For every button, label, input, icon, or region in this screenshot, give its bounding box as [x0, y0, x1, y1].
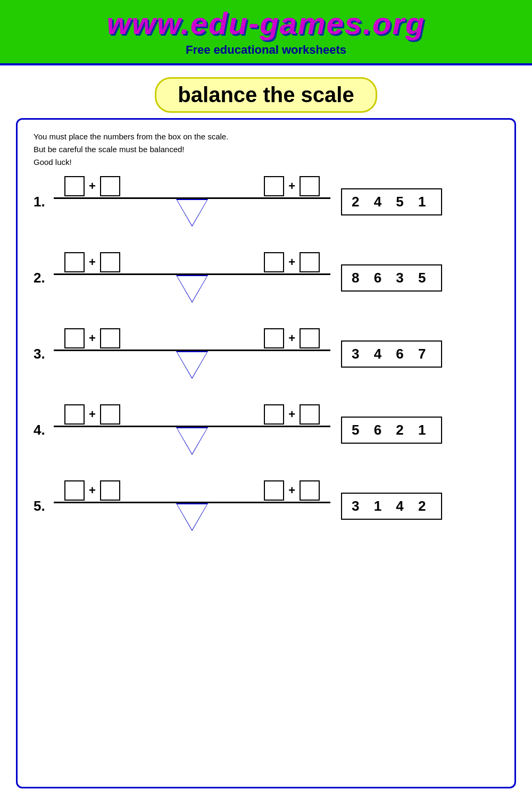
box-left-1[interactable]: [64, 404, 85, 425]
triangle-inner: [177, 428, 207, 454]
triangle-outer: [176, 351, 208, 379]
plus-right: +: [288, 408, 295, 421]
triangle-inner: [177, 276, 207, 302]
instruction-line2: But be careful the scale must be balance…: [34, 143, 498, 156]
plus-right: +: [288, 331, 295, 345]
triangle-outer: [176, 427, 208, 455]
triangle-inner: [177, 352, 207, 378]
box-left-1[interactable]: [64, 176, 85, 196]
box-right-2[interactable]: [300, 176, 320, 196]
box-right-1[interactable]: [264, 176, 284, 196]
scale-row: 3. + +: [34, 326, 498, 382]
plus-left: +: [89, 484, 96, 497]
triangle-outer: [176, 503, 208, 531]
left-boxes: +: [64, 480, 120, 501]
answer-box: 3 1 4 2: [341, 493, 442, 520]
problem-number: 5.: [34, 498, 54, 514]
triangle-inner: [177, 504, 207, 530]
header: www.edu-games.org Free educational works…: [0, 0, 532, 65]
site-subtitle: Free educational worksheets: [11, 43, 521, 57]
box-right-2[interactable]: [300, 404, 320, 425]
box-left-1[interactable]: [64, 480, 85, 501]
left-boxes: +: [64, 252, 120, 272]
problem-number: 3.: [34, 346, 54, 362]
box-right-2[interactable]: [300, 480, 320, 501]
right-boxes: +: [264, 252, 320, 272]
answer-box: 8 6 3 5: [341, 264, 442, 292]
answer-box: 5 6 2 1: [341, 417, 442, 444]
site-title: www.edu-games.org: [11, 5, 521, 41]
instruction-line3: Good luck!: [34, 156, 498, 169]
problem-number: 1.: [34, 194, 54, 210]
right-boxes: +: [264, 404, 320, 425]
scale-row: 5. + +: [34, 478, 498, 534]
box-right-1[interactable]: [264, 404, 284, 425]
box-left-1[interactable]: [64, 252, 85, 272]
problem-number: 4.: [34, 422, 54, 438]
instructions: You must place the numbers from the box …: [34, 130, 498, 169]
plus-right: +: [288, 484, 295, 497]
right-boxes: +: [264, 328, 320, 348]
answer-box: 2 4 5 1: [341, 188, 442, 215]
triangle-outer: [176, 199, 208, 227]
left-boxes: +: [64, 404, 120, 425]
plus-right: +: [288, 255, 295, 269]
scale-fulcrum: [176, 351, 208, 379]
box-right-1[interactable]: [264, 480, 284, 501]
plus-left: +: [89, 331, 96, 345]
box-left-2[interactable]: [100, 252, 120, 272]
page-title: balance the scale: [155, 77, 377, 113]
left-boxes: +: [64, 176, 120, 196]
triangle-inner: [177, 200, 207, 226]
scale-row: 2. + +: [34, 250, 498, 306]
right-boxes: +: [264, 176, 320, 196]
problem-number: 2.: [34, 270, 54, 286]
scale-fulcrum: [176, 503, 208, 531]
plus-left: +: [89, 179, 96, 193]
box-left-2[interactable]: [100, 480, 120, 501]
triangle-outer: [176, 275, 208, 303]
box-right-2[interactable]: [300, 328, 320, 348]
box-right-1[interactable]: [264, 252, 284, 272]
scale-row: 1. + +: [34, 174, 498, 230]
box-right-2[interactable]: [300, 252, 320, 272]
scale-fulcrum: [176, 275, 208, 303]
scale-row: 4. + +: [34, 402, 498, 458]
box-left-2[interactable]: [100, 176, 120, 196]
answer-box: 3 4 6 7: [341, 340, 442, 368]
problems-container: 1. + +: [34, 174, 498, 534]
plus-right: +: [288, 179, 295, 193]
worksheet: You must place the numbers from the box …: [16, 118, 516, 788]
plus-left: +: [89, 408, 96, 421]
box-right-1[interactable]: [264, 328, 284, 348]
box-left-1[interactable]: [64, 328, 85, 348]
right-boxes: +: [264, 480, 320, 501]
plus-left: +: [89, 255, 96, 269]
instruction-line1: You must place the numbers from the box …: [34, 130, 498, 143]
box-left-2[interactable]: [100, 404, 120, 425]
title-container: balance the scale: [16, 77, 516, 113]
main-content: balance the scale You must place the num…: [0, 77, 532, 798]
left-boxes: +: [64, 328, 120, 348]
scale-fulcrum: [176, 427, 208, 455]
box-left-2[interactable]: [100, 328, 120, 348]
scale-fulcrum: [176, 199, 208, 227]
